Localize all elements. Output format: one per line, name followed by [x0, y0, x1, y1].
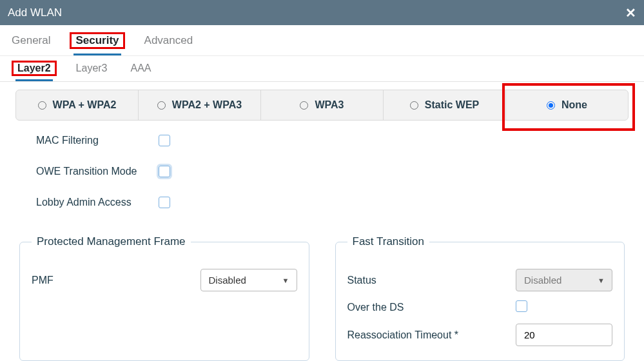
- security-mode-group: WPA + WPA2 WPA2 + WPA3 WPA3 Static WEP N…: [0, 82, 644, 121]
- row-owe-transition: OWE Transition Mode: [36, 166, 618, 177]
- lobby-admin-checkbox[interactable]: [159, 197, 170, 208]
- pmf-fieldset: Protected Management Frame PMF ▼: [19, 235, 309, 361]
- pmf-label: PMF: [32, 275, 200, 286]
- mode-label: WPA2 + WPA3: [172, 99, 242, 111]
- sub-tabs: Layer2 Layer3 AAA: [0, 56, 644, 82]
- mac-filtering-label: MAC Filtering: [36, 135, 159, 146]
- lobby-admin-label: Lobby Admin Access: [36, 197, 159, 208]
- ft-reassoc-row: Reassociation Timeout *: [347, 324, 613, 346]
- mac-filtering-checkbox[interactable]: [159, 135, 170, 146]
- pmf-select[interactable]: [200, 269, 297, 291]
- checkbox-group: MAC Filtering OWE Transition Mode Lobby …: [0, 121, 644, 235]
- tab-security[interactable]: Security: [73, 34, 121, 55]
- row-lobby-admin: Lobby Admin Access: [36, 197, 618, 208]
- mode-wpa-wpa2[interactable]: WPA + WPA2: [16, 90, 139, 120]
- highlight-layer2: Layer2: [12, 61, 57, 76]
- modal-header: Add WLAN ✕: [0, 0, 644, 25]
- ft-status-row: Status ▼: [347, 269, 613, 291]
- ft-legend: Fast Transition: [347, 235, 430, 248]
- subtab-aaa[interactable]: AAA: [131, 63, 151, 81]
- owe-transition-checkbox[interactable]: [159, 166, 170, 177]
- close-icon[interactable]: ✕: [625, 5, 636, 21]
- tab-advanced[interactable]: Advanced: [144, 34, 193, 55]
- radio-icon: [300, 101, 308, 110]
- owe-transition-label: OWE Transition Mode: [36, 166, 159, 177]
- ft-reassoc-label: Reassociation Timeout *: [347, 329, 516, 341]
- ft-status-label: Status: [347, 275, 516, 286]
- row-mac-filtering: MAC Filtering: [36, 135, 618, 146]
- pmf-row: PMF ▼: [32, 269, 297, 291]
- mode-none[interactable]: None: [506, 90, 628, 120]
- mode-wpa3[interactable]: WPA3: [261, 90, 384, 120]
- modal-title: Add WLAN: [8, 6, 625, 19]
- ft-status-select[interactable]: [516, 269, 612, 291]
- radio-icon: [547, 101, 555, 110]
- mode-wpa2-wpa3[interactable]: WPA2 + WPA3: [139, 90, 261, 120]
- ft-over-ds-row: Over the DS: [347, 300, 613, 315]
- ft-reassoc-input[interactable]: [516, 324, 612, 346]
- ft-over-ds-checkbox[interactable]: [516, 300, 527, 312]
- ft-fieldset: Fast Transition Status ▼ Over the DS Rea…: [335, 235, 625, 361]
- mode-label: None: [561, 99, 587, 111]
- radio-icon: [410, 101, 418, 110]
- subtab-layer3[interactable]: Layer3: [76, 63, 108, 81]
- pmf-legend: Protected Management Frame: [32, 235, 191, 248]
- segmented-control: WPA + WPA2 WPA2 + WPA3 WPA3 Static WEP N…: [15, 90, 629, 121]
- ft-status-select-wrap: ▼: [516, 269, 612, 291]
- mode-label: WPA + WPA2: [53, 99, 117, 111]
- main-tabs: General Security Advanced: [0, 25, 644, 56]
- tab-general[interactable]: General: [12, 34, 50, 55]
- fieldset-row: Protected Management Frame PMF ▼ Fast Tr…: [0, 235, 644, 361]
- mode-static-wep[interactable]: Static WEP: [384, 90, 506, 120]
- radio-icon: [157, 101, 166, 110]
- mode-label: WPA3: [315, 99, 344, 111]
- radio-icon: [38, 101, 46, 110]
- subtab-layer2[interactable]: Layer2: [15, 63, 53, 81]
- highlight-security: Security: [70, 32, 124, 49]
- pmf-select-wrap: ▼: [200, 269, 297, 291]
- mode-label: Static WEP: [425, 99, 479, 111]
- ft-over-ds-label: Over the DS: [347, 302, 516, 313]
